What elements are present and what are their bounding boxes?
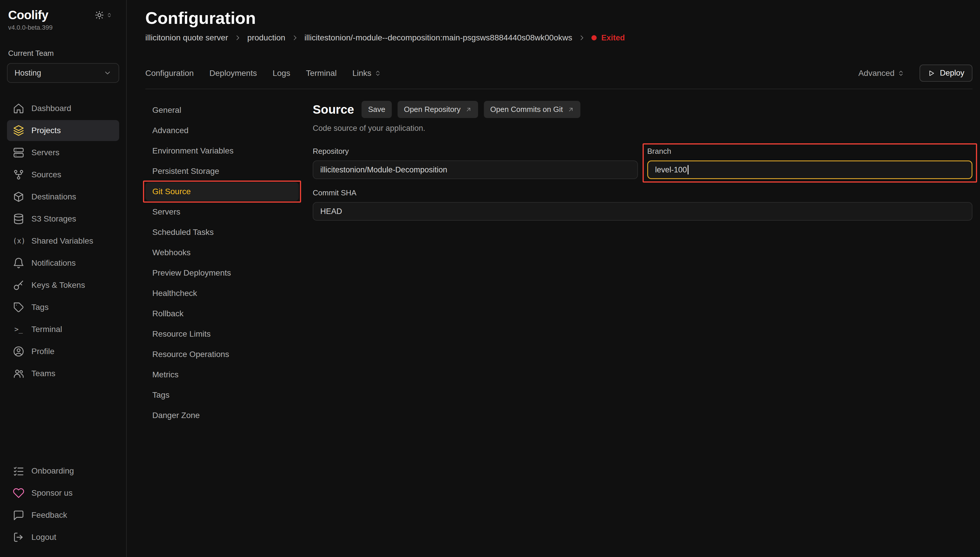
config-nav-item-environment-variables[interactable]: Environment Variables [145,142,299,160]
sidebar-item-onboarding[interactable]: Onboarding [7,461,119,481]
sidebar-item-label: Notifications [31,259,76,268]
sidebar-item-label: Feedback [31,510,67,520]
config-nav-item-preview-deployments[interactable]: Preview Deployments [145,264,299,282]
tabbar-divider [145,89,972,89]
advanced-dropdown[interactable]: Advanced [858,68,904,78]
open-commits-button[interactable]: Open Commits on Git [484,101,580,118]
bell-icon [13,257,24,269]
tab-deployments[interactable]: Deployments [210,68,257,78]
sidebar-footer-nav: Onboarding Sponsor us Feedback Logout [7,461,119,549]
sidebar-item-s3-storages[interactable]: S3 Storages [7,208,119,230]
config-nav-item-general[interactable]: General [145,101,299,119]
sidebar-item-sponsor-us[interactable]: Sponsor us [7,482,119,503]
sidebar-item-label: Servers [31,148,59,157]
status-dot-icon [592,35,596,41]
layers-icon [13,125,24,136]
config-nav-item-tags[interactable]: Tags [145,386,299,404]
config-nav: General Advanced Environment Variables P… [145,101,299,557]
checklist-icon [13,465,24,477]
config-nav-item-webhooks[interactable]: Webhooks [145,243,299,262]
app-logo: Coolify [8,8,48,22]
breadcrumb-project[interactable]: illicitonion quote server [145,33,228,42]
tab-terminal[interactable]: Terminal [306,68,337,78]
config-nav-item-healthcheck[interactable]: Healthcheck [145,284,299,303]
main-content: Configuration illicitonion quote server … [127,0,980,557]
message-icon [13,509,24,521]
terminal-icon: >_ [13,325,24,334]
source-title: Source [313,103,354,117]
config-nav-item-advanced[interactable]: Advanced [145,121,299,140]
tab-logs[interactable]: Logs [273,68,290,78]
chevrons-up-down-icon [374,70,381,77]
sidebar-item-projects[interactable]: Projects [7,120,119,141]
user-circle-icon [13,346,24,357]
config-nav-item-rollback[interactable]: Rollback [145,305,299,323]
sidebar-item-logout[interactable]: Logout [7,527,119,548]
sidebar-item-shared-variables[interactable]: (x) Shared Variables [7,231,119,251]
server-icon [13,147,24,158]
chevron-right-icon [578,34,586,42]
sidebar-item-terminal[interactable]: >_ Terminal [7,319,119,340]
sidebar-item-label: Destinations [31,192,76,202]
save-button[interactable]: Save [362,101,392,118]
chevrons-up-down-icon [897,70,904,77]
play-icon [928,70,935,77]
sidebar-item-destinations[interactable]: Destinations [7,186,119,207]
sidebar-item-label: Projects [31,126,61,135]
source-panel-header: Source Save Open Repository Open Commits… [313,101,972,118]
branch-input[interactable]: level-100 [647,160,972,179]
sidebar-item-dashboard[interactable]: Dashboard [7,98,119,119]
commit-sha-value: HEAD [320,207,342,216]
sidebar-item-keys-tokens[interactable]: Keys & Tokens [7,275,119,296]
logout-icon [13,531,24,543]
commit-sha-label: Commit SHA [313,188,972,197]
config-nav-item-resource-operations[interactable]: Resource Operations [145,345,299,364]
commit-sha-input[interactable]: HEAD [313,202,972,221]
config-nav-item-resource-limits[interactable]: Resource Limits [145,325,299,343]
open-repository-button[interactable]: Open Repository [398,101,478,118]
repository-field: Repository illicitestonion/Module-Decomp… [313,147,638,179]
tag-icon [13,301,24,313]
source-form: Repository illicitestonion/Module-Decomp… [313,147,972,221]
tab-configuration[interactable]: Configuration [145,68,194,78]
text-cursor [687,165,689,174]
breadcrumb-resource[interactable]: illicitestonion/-module--decomposition:m… [305,33,572,42]
tab-links[interactable]: Links [353,68,381,78]
source-description: Code source of your application. [313,124,972,133]
sidebar-item-teams[interactable]: Teams [7,363,119,384]
sidebar-item-label: Teams [31,369,55,378]
status-badge: Exited [592,33,625,42]
config-nav-item-persistent-storage[interactable]: Persistent Storage [145,162,299,181]
status-text: Exited [601,33,625,42]
page-title: Configuration [145,8,972,28]
sidebar-item-label: Sources [31,170,61,179]
config-nav-item-metrics[interactable]: Metrics [145,365,299,384]
sidebar-item-sources[interactable]: Sources [7,164,119,185]
sidebar-item-tags[interactable]: Tags [7,297,119,318]
config-nav-item-scheduled-tasks[interactable]: Scheduled Tasks [145,223,299,241]
heart-icon [13,487,24,499]
external-link-icon [465,106,472,113]
commit-sha-field: Commit SHA HEAD [313,188,972,221]
sidebar-item-label: Keys & Tokens [31,280,85,290]
repository-input[interactable]: illicitestonion/Module-Decomposition [313,160,638,179]
deploy-button[interactable]: Deploy [920,65,972,82]
branch-label: Branch [647,147,972,156]
sidebar-item-label: Shared Variables [31,236,93,246]
home-icon [13,103,24,114]
breadcrumb: illicitonion quote server production ill… [145,33,972,42]
breadcrumb-environment[interactable]: production [247,33,285,42]
app-version: v4.0.0-beta.399 [7,24,119,31]
sidebar-item-label: Onboarding [31,466,74,476]
config-nav-item-danger-zone[interactable]: Danger Zone [145,406,299,425]
tab-bar: Configuration Deployments Logs Terminal … [145,65,972,82]
sidebar-item-notifications[interactable]: Notifications [7,252,119,274]
sidebar-item-profile[interactable]: Profile [7,341,119,362]
sidebar-item-servers[interactable]: Servers [7,142,119,163]
config-nav-item-git-source[interactable]: Git Source [145,182,299,201]
sidebar-item-feedback[interactable]: Feedback [7,505,119,526]
package-icon [13,191,24,203]
theme-toggle[interactable] [95,10,112,20]
config-nav-item-servers[interactable]: Servers [145,203,299,221]
team-select[interactable]: Hosting [7,63,119,83]
